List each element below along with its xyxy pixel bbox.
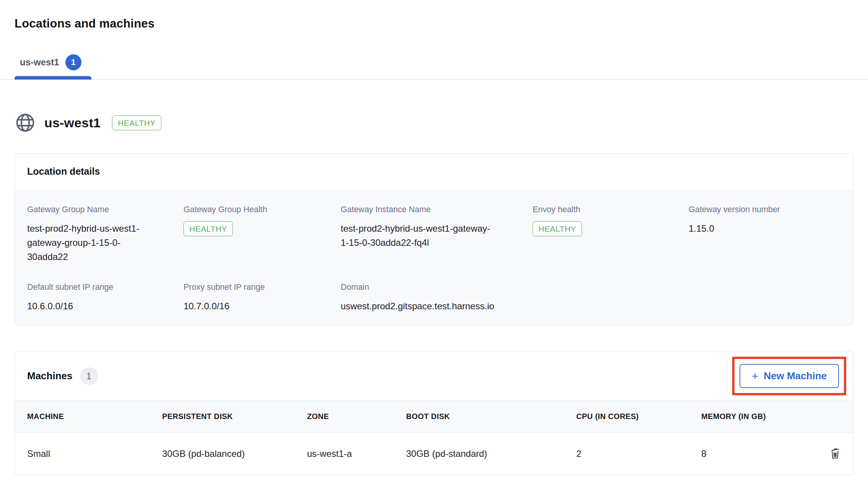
field-gateway-instance-name: Gateway Instance Name test-prod2-hybrid-… [341, 205, 533, 264]
field-gateway-group-health: Gateway Group Health HEALTHY [184, 205, 341, 264]
annotation-highlight-box: + New Machine [732, 357, 846, 395]
field-proxy-subnet: Proxy subnet IP range 10.7.0.0/16 [184, 283, 341, 313]
col-persistent-disk: PERSISTENT DISK [162, 412, 307, 421]
location-heading: us-west1 HEALTHY [15, 112, 853, 133]
tab-count-badge: 1 [65, 54, 81, 70]
location-details-body: Gateway Group Name test-prod2-hybrid-us-… [15, 190, 853, 325]
col-zone: ZONE [307, 412, 406, 421]
field-envoy-health: Envoy health HEALTHY [533, 205, 689, 264]
machine-row: Small 30GB (pd-balanced) us-west1-a 30GB… [15, 433, 853, 475]
plus-icon: + [752, 371, 759, 381]
location-details-card: Location details Gateway Group Name test… [15, 153, 853, 326]
delete-machine-button[interactable] [827, 445, 843, 461]
cell-persistent-disk: 30GB (pd-balanced) [162, 448, 307, 459]
cell-boot-disk: 30GB (pd-standard) [406, 448, 576, 459]
page: Locations and machines us-west1 1 [0, 0, 868, 80]
page-title: Locations and machines [15, 0, 853, 31]
machines-table-header: MACHINE PERSISTENT DISK ZONE BOOT DISK C… [15, 400, 853, 433]
machines-card: Machines 1 + New Machine MACHINE PERSIST… [15, 351, 853, 475]
machines-count-badge: 1 [80, 367, 98, 385]
location-name: us-west1 [44, 115, 101, 130]
col-memory: MEMORY (IN GB) [701, 412, 816, 421]
machines-title: Machines [27, 370, 73, 382]
tab-label: us-west1 [20, 57, 59, 68]
field-gateway-group-name: Gateway Group Name test-prod2-hybrid-us-… [27, 205, 184, 264]
field-domain: Domain uswest.prod2.gitspace.test.harnes… [341, 283, 533, 313]
cell-cpu: 2 [576, 448, 701, 459]
field-gateway-version: Gateway version number 1.15.0 [689, 205, 853, 264]
tabs-bar: us-west1 1 [15, 54, 853, 80]
col-cpu: CPU (IN CORES) [576, 412, 701, 421]
location-status-badge: HEALTHY [112, 115, 161, 130]
cell-machine: Small [27, 448, 162, 459]
tab-us-west1[interactable]: us-west1 1 [15, 54, 91, 80]
field-default-subnet: Default subnet IP range 10.6.0.0/16 [27, 283, 184, 313]
new-machine-button[interactable]: + New Machine [740, 364, 839, 388]
gateway-group-health-badge: HEALTHY [184, 221, 233, 236]
cell-zone: us-west1-a [307, 448, 406, 459]
col-boot-disk: BOOT DISK [406, 412, 576, 421]
globe-icon [15, 112, 36, 133]
location-details-title: Location details [27, 166, 841, 177]
tabs-divider [0, 80, 868, 80]
trash-icon [829, 447, 842, 460]
machines-header: Machines 1 + New Machine [15, 351, 853, 400]
envoy-health-badge: HEALTHY [533, 221, 582, 236]
col-machine: MACHINE [27, 412, 162, 421]
cell-memory: 8 [701, 448, 816, 459]
new-machine-button-label: New Machine [764, 370, 827, 382]
